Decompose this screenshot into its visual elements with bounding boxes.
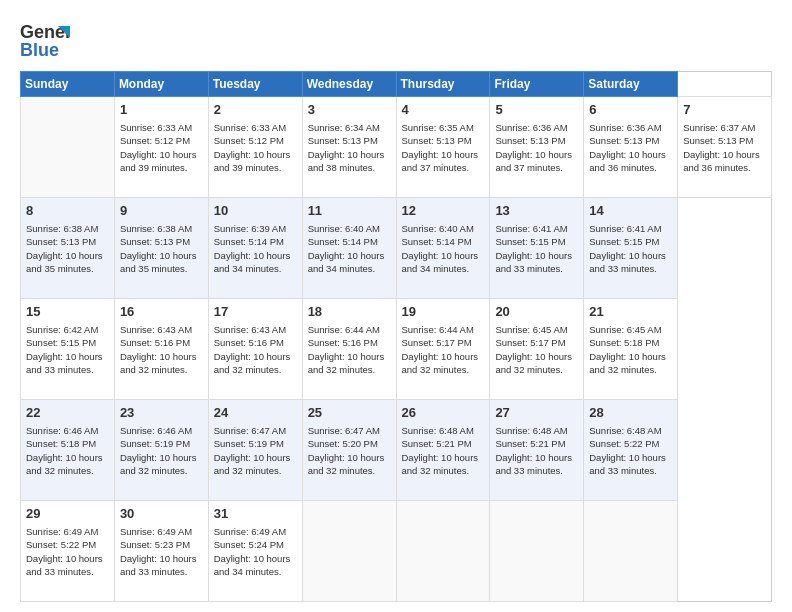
sunrise-text: Sunrise: 6:35 AM — [402, 122, 474, 133]
day-number: 22 — [26, 404, 109, 422]
sunset-text: Sunset: 5:13 PM — [308, 135, 378, 146]
daylight-text: Daylight: 10 hours and 35 minutes. — [26, 250, 103, 274]
calendar-header-monday: Monday — [114, 72, 208, 97]
calendar-header-sunday: Sunday — [21, 72, 115, 97]
sunset-text: Sunset: 5:24 PM — [214, 539, 284, 550]
sunset-text: Sunset: 5:12 PM — [214, 135, 284, 146]
daylight-text: Daylight: 10 hours and 33 minutes. — [495, 250, 572, 274]
day-number: 25 — [308, 404, 391, 422]
daylight-text: Daylight: 10 hours and 32 minutes. — [589, 351, 666, 375]
day-cell-4: 4Sunrise: 6:35 AMSunset: 5:13 PMDaylight… — [396, 97, 490, 198]
day-cell-20: 20Sunrise: 6:45 AMSunset: 5:17 PMDayligh… — [490, 299, 584, 400]
sunrise-text: Sunrise: 6:33 AM — [214, 122, 286, 133]
header: General Blue — [20, 18, 772, 63]
sunrise-text: Sunrise: 6:46 AM — [26, 425, 98, 436]
sunset-text: Sunset: 5:15 PM — [495, 236, 565, 247]
daylight-text: Daylight: 10 hours and 32 minutes. — [120, 351, 197, 375]
calendar-week-4: 29Sunrise: 6:49 AMSunset: 5:22 PMDayligh… — [21, 501, 772, 602]
day-cell-28: 28Sunrise: 6:48 AMSunset: 5:22 PMDayligh… — [584, 400, 678, 501]
empty-cell — [21, 97, 115, 198]
sunrise-text: Sunrise: 6:41 AM — [495, 223, 567, 234]
calendar-week-0: 1Sunrise: 6:33 AMSunset: 5:12 PMDaylight… — [21, 97, 772, 198]
sunrise-text: Sunrise: 6:46 AM — [120, 425, 192, 436]
day-cell-12: 12Sunrise: 6:40 AMSunset: 5:14 PMDayligh… — [396, 198, 490, 299]
day-number: 8 — [26, 202, 109, 220]
calendar-table: SundayMondayTuesdayWednesdayThursdayFrid… — [20, 71, 772, 602]
sunrise-text: Sunrise: 6:44 AM — [402, 324, 474, 335]
day-cell-31: 31Sunrise: 6:49 AMSunset: 5:24 PMDayligh… — [208, 501, 302, 602]
sunset-text: Sunset: 5:14 PM — [402, 236, 472, 247]
sunset-text: Sunset: 5:19 PM — [120, 438, 190, 449]
sunrise-text: Sunrise: 6:40 AM — [402, 223, 474, 234]
daylight-text: Daylight: 10 hours and 33 minutes. — [589, 452, 666, 476]
daylight-text: Daylight: 10 hours and 35 minutes. — [120, 250, 197, 274]
sunset-text: Sunset: 5:17 PM — [402, 337, 472, 348]
daylight-text: Daylight: 10 hours and 32 minutes. — [402, 452, 479, 476]
day-number: 10 — [214, 202, 297, 220]
sunset-text: Sunset: 5:15 PM — [589, 236, 659, 247]
sunrise-text: Sunrise: 6:47 AM — [214, 425, 286, 436]
day-cell-8: 8Sunrise: 6:38 AMSunset: 5:13 PMDaylight… — [21, 198, 115, 299]
daylight-text: Daylight: 10 hours and 39 minutes. — [214, 149, 291, 173]
daylight-text: Daylight: 10 hours and 33 minutes. — [26, 553, 103, 577]
day-number: 30 — [120, 505, 203, 523]
daylight-text: Daylight: 10 hours and 34 minutes. — [214, 250, 291, 274]
day-cell-15: 15Sunrise: 6:42 AMSunset: 5:15 PMDayligh… — [21, 299, 115, 400]
day-number: 20 — [495, 303, 578, 321]
day-cell-30: 30Sunrise: 6:49 AMSunset: 5:23 PMDayligh… — [114, 501, 208, 602]
sunrise-text: Sunrise: 6:48 AM — [589, 425, 661, 436]
daylight-text: Daylight: 10 hours and 38 minutes. — [308, 149, 385, 173]
day-cell-13: 13Sunrise: 6:41 AMSunset: 5:15 PMDayligh… — [490, 198, 584, 299]
day-cell-6: 6Sunrise: 6:36 AMSunset: 5:13 PMDaylight… — [584, 97, 678, 198]
sunset-text: Sunset: 5:16 PM — [214, 337, 284, 348]
day-number: 31 — [214, 505, 297, 523]
empty-cell — [396, 501, 490, 602]
logo-svg: General Blue — [20, 18, 70, 63]
daylight-text: Daylight: 10 hours and 33 minutes. — [120, 553, 197, 577]
sunset-text: Sunset: 5:22 PM — [589, 438, 659, 449]
empty-cell — [584, 501, 678, 602]
sunset-text: Sunset: 5:14 PM — [214, 236, 284, 247]
sunset-text: Sunset: 5:13 PM — [589, 135, 659, 146]
daylight-text: Daylight: 10 hours and 33 minutes. — [495, 452, 572, 476]
sunset-text: Sunset: 5:16 PM — [308, 337, 378, 348]
sunset-text: Sunset: 5:17 PM — [495, 337, 565, 348]
daylight-text: Daylight: 10 hours and 34 minutes. — [214, 553, 291, 577]
daylight-text: Daylight: 10 hours and 37 minutes. — [495, 149, 572, 173]
sunrise-text: Sunrise: 6:43 AM — [214, 324, 286, 335]
day-number: 23 — [120, 404, 203, 422]
day-cell-2: 2Sunrise: 6:33 AMSunset: 5:12 PMDaylight… — [208, 97, 302, 198]
daylight-text: Daylight: 10 hours and 32 minutes. — [308, 452, 385, 476]
day-number: 19 — [402, 303, 485, 321]
day-number: 28 — [589, 404, 672, 422]
daylight-text: Daylight: 10 hours and 36 minutes. — [589, 149, 666, 173]
daylight-text: Daylight: 10 hours and 32 minutes. — [214, 452, 291, 476]
calendar-header-thursday: Thursday — [396, 72, 490, 97]
calendar-header-saturday: Saturday — [584, 72, 678, 97]
sunrise-text: Sunrise: 6:49 AM — [26, 526, 98, 537]
sunset-text: Sunset: 5:13 PM — [495, 135, 565, 146]
logo: General Blue — [20, 18, 70, 63]
daylight-text: Daylight: 10 hours and 32 minutes. — [214, 351, 291, 375]
daylight-text: Daylight: 10 hours and 36 minutes. — [683, 149, 760, 173]
day-number: 26 — [402, 404, 485, 422]
day-number: 21 — [589, 303, 672, 321]
day-number: 1 — [120, 101, 203, 119]
sunrise-text: Sunrise: 6:37 AM — [683, 122, 755, 133]
day-cell-16: 16Sunrise: 6:43 AMSunset: 5:16 PMDayligh… — [114, 299, 208, 400]
day-number: 4 — [402, 101, 485, 119]
daylight-text: Daylight: 10 hours and 33 minutes. — [589, 250, 666, 274]
day-number: 24 — [214, 404, 297, 422]
empty-cell — [302, 501, 396, 602]
day-number: 17 — [214, 303, 297, 321]
day-number: 14 — [589, 202, 672, 220]
day-cell-7: 7Sunrise: 6:37 AMSunset: 5:13 PMDaylight… — [678, 97, 772, 198]
sunrise-text: Sunrise: 6:33 AM — [120, 122, 192, 133]
sunset-text: Sunset: 5:14 PM — [308, 236, 378, 247]
sunrise-text: Sunrise: 6:42 AM — [26, 324, 98, 335]
calendar-week-2: 15Sunrise: 6:42 AMSunset: 5:15 PMDayligh… — [21, 299, 772, 400]
sunset-text: Sunset: 5:13 PM — [26, 236, 96, 247]
day-number: 27 — [495, 404, 578, 422]
sunrise-text: Sunrise: 6:43 AM — [120, 324, 192, 335]
logo-container: General Blue — [20, 18, 70, 63]
